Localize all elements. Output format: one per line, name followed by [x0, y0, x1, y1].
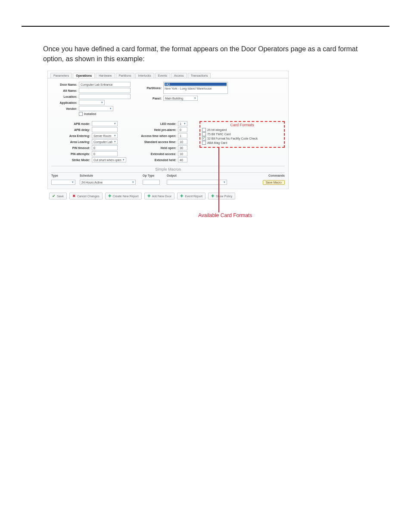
figure-wrap: Parameters Operations Hardware Partition…: [22, 71, 389, 225]
plus-icon: ✚: [147, 194, 151, 198]
tab-interlocks[interactable]: Interlocks: [135, 73, 154, 78]
intro-paragraph: Once you have defined a card format, the…: [22, 44, 389, 71]
tab-hardware[interactable]: Hardware: [96, 73, 115, 78]
partitions-listbox[interactable]: HQ New York - Long Island Warehouse: [163, 82, 228, 94]
upper-panel: Door Name:Computer Lab Entrance Alt Name…: [48, 78, 288, 118]
cancel-icon: ✖: [72, 194, 76, 198]
strike-mode-label: Strike Mode:: [51, 159, 92, 162]
ext-held-label: Extended held:: [131, 159, 178, 162]
macro-h-commands: Commands: [246, 174, 285, 177]
macros-header-row: Type Schedule Op Type Output Commands: [48, 173, 288, 178]
alt-name-input[interactable]: [79, 88, 131, 93]
application-label: Application:: [51, 101, 79, 104]
card-format-checkbox[interactable]: [202, 132, 206, 136]
tab-access[interactable]: Access: [171, 73, 187, 78]
cancel-label: Cancel Changes: [77, 195, 100, 198]
tab-partitions[interactable]: Partitions: [116, 73, 134, 78]
arrow-line: [218, 148, 219, 212]
card-format-item[interactable]: 26 bit wiegand: [202, 128, 282, 132]
plus-icon: ✚: [180, 194, 184, 198]
app-screenshot: Parameters Operations Hardware Partition…: [47, 71, 289, 189]
macro-type-select[interactable]: [51, 180, 75, 185]
ext-access-label: Extended access:: [131, 152, 178, 156]
add-door-label: Add New Door: [152, 195, 172, 198]
tab-transactions[interactable]: Transactions: [188, 73, 211, 78]
location-label: Location:: [51, 95, 79, 98]
alt-name-label: Alt Name:: [51, 89, 79, 92]
area-leaving-select[interactable]: Computer Lab: [92, 139, 118, 144]
tab-events[interactable]: Events: [155, 73, 170, 78]
create-report-button[interactable]: ✚Create New Report: [105, 193, 142, 199]
held-prealarm-label: Held pre-alarm:: [131, 128, 178, 131]
vendor-select[interactable]: [79, 106, 113, 111]
std-access-time-label: Standard access time:: [131, 140, 178, 143]
card-format-checkbox[interactable]: [202, 141, 206, 145]
arrow-label: Available Card Formats: [198, 212, 252, 218]
check-icon: ✔: [52, 194, 56, 198]
card-format-label: 32 Bit Format No Facility Code Check: [207, 137, 258, 140]
installed-label: Installed: [84, 112, 96, 115]
card-format-label: 75 Bit TWIC Card: [207, 133, 231, 136]
panel-label: Panel:: [142, 97, 163, 100]
card-format-item[interactable]: ABA Mag Card: [202, 141, 282, 145]
card-format-checkbox[interactable]: [202, 128, 206, 132]
macro-schedule-select[interactable]: 24 Hours Active: [80, 180, 136, 185]
apb-delay-label: APB delay:: [51, 128, 92, 131]
partitions-label: Partitions:: [142, 87, 163, 90]
access-time-open-input[interactable]: 1: [178, 133, 187, 138]
card-format-item[interactable]: 32 Bit Format No Facility Code Check: [202, 137, 282, 140]
access-time-open-label: Access time when open:: [131, 134, 178, 137]
installed-checkbox[interactable]: [79, 112, 83, 116]
area-entering-label: Area Entering:: [51, 134, 92, 137]
ext-held-input[interactable]: 40: [178, 157, 187, 162]
partition-selected[interactable]: HQ: [165, 83, 227, 86]
macro-optype-input[interactable]: [143, 180, 160, 185]
apb-delay-input[interactable]: [92, 127, 118, 132]
plus-icon: ✚: [211, 194, 215, 198]
pin-timeout-input[interactable]: 0: [92, 145, 118, 150]
card-format-label: ABA Mag Card: [207, 141, 227, 144]
macro-h-output: Output: [167, 174, 231, 177]
area-entering-select[interactable]: Server Room: [92, 133, 118, 138]
partition-other[interactable]: New York - Long Island Warehouse: [165, 86, 227, 90]
macros-row: 24 Hours Active Save Macro: [48, 178, 288, 186]
led-mode-select[interactable]: 1: [178, 121, 187, 126]
plus-icon: ✚: [108, 194, 112, 198]
event-report-button[interactable]: ✚Event Report: [177, 193, 206, 199]
macro-h-type: Type: [51, 174, 77, 177]
pin-attempts-input[interactable]: 0: [92, 151, 118, 156]
location-input[interactable]: [79, 94, 131, 99]
ext-access-input[interactable]: 10: [178, 151, 187, 156]
save-macro-button[interactable]: Save Macro: [263, 180, 285, 185]
add-door-button[interactable]: ✚Add New Door: [144, 193, 175, 199]
held-open-input[interactable]: 30: [178, 145, 187, 150]
door-name-label: Door Name:: [51, 83, 79, 86]
card-format-checkbox[interactable]: [202, 137, 206, 140]
simple-macros-header: Simple Macros: [51, 166, 285, 173]
door-name-input[interactable]: Computer Lab Entrance: [79, 82, 131, 87]
held-prealarm-input[interactable]: 0: [178, 127, 187, 132]
show-policy-button[interactable]: ✚Show Policy: [208, 193, 235, 199]
tab-parameters[interactable]: Parameters: [50, 73, 72, 78]
mid-panel: APB mode: APB delay: Area Entering:Serve…: [48, 118, 288, 164]
pin-timeout-label: PIN timeout:: [51, 146, 92, 149]
strike-mode-select[interactable]: Cut short when open: [92, 157, 126, 162]
event-report-label: Event Report: [185, 195, 202, 198]
card-format-label: 26 bit wiegand: [207, 128, 227, 131]
save-button[interactable]: ✔Save: [49, 193, 67, 199]
apb-mode-select[interactable]: [92, 121, 118, 126]
card-formats-title: Card Formats: [202, 123, 282, 127]
create-report-label: Create New Report: [113, 195, 139, 198]
top-rule: [22, 26, 389, 27]
cancel-button[interactable]: ✖Cancel Changes: [69, 193, 103, 199]
tab-operations[interactable]: Operations: [73, 73, 95, 78]
application-select[interactable]: [79, 100, 105, 105]
vendor-label: Vendor:: [51, 107, 79, 110]
panel-select[interactable]: Main Building: [163, 96, 198, 101]
held-open-label: Held open:: [131, 146, 178, 149]
std-access-time-input[interactable]: 10: [178, 139, 187, 144]
card-format-item[interactable]: 75 Bit TWIC Card: [202, 132, 282, 136]
macro-output-select[interactable]: [167, 180, 227, 185]
annotation-arrow: Available Card Formats: [47, 199, 289, 225]
area-leaving-label: Area Leaving:: [51, 140, 92, 143]
